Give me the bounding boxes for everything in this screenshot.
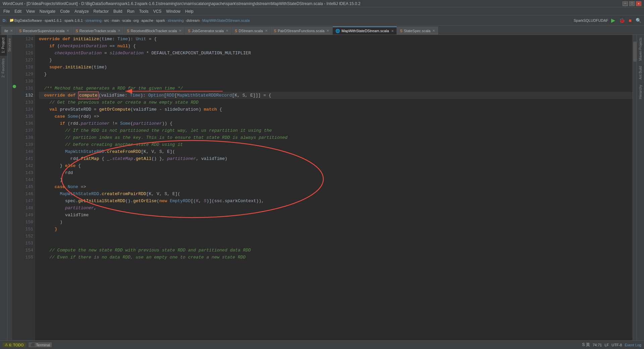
menu-bar: File Edit View Navigate Code Analyze Ref… xyxy=(0,7,644,15)
tab-label: StateSpec.scala xyxy=(404,29,431,33)
line-num: 135 xyxy=(18,113,33,120)
tab-mapwithstatedstream[interactable]: 🌐 MapWithStateDStream.scala ✕ xyxy=(332,26,396,35)
file-icon: S xyxy=(75,29,78,33)
code-line-136: if (rdd.partitioner != Some(partitioner)… xyxy=(39,120,633,127)
line-num: 144 xyxy=(18,176,33,183)
code-line-130 xyxy=(39,78,633,85)
tab-close[interactable]: ✕ xyxy=(226,29,228,33)
code-line-152 xyxy=(39,233,633,240)
tab-close[interactable]: ✕ xyxy=(118,29,120,33)
toolbar-icon-d[interactable]: D: xyxy=(1,18,8,23)
code-content[interactable]: override def initialize(time: Time): Uni… xyxy=(35,35,633,340)
tab-close[interactable]: ✕ xyxy=(10,29,13,33)
title-bar: WordCount - [D:\IdeaProjects\WordCount] … xyxy=(0,0,644,7)
code-line-148: partitioner, xyxy=(39,205,633,212)
line-num: 154 xyxy=(18,247,33,254)
line-num: 143 xyxy=(18,169,33,176)
window-controls[interactable]: ─ □ ✕ xyxy=(623,1,641,6)
terminal-icon: ⬛ xyxy=(31,343,35,347)
structure-tab[interactable]: Structure xyxy=(7,36,12,55)
vertical-scrollbar[interactable] xyxy=(633,35,637,340)
run-button[interactable]: ▶ xyxy=(610,16,616,24)
menu-help[interactable]: Help xyxy=(183,8,196,14)
tab-label: ReceiverSupervisor.scala xyxy=(23,29,64,33)
encoding-indicator: UTF-8 xyxy=(611,343,622,347)
tab-close[interactable]: ✕ xyxy=(432,29,435,33)
menu-build[interactable]: Build xyxy=(111,8,124,14)
menu-view[interactable]: View xyxy=(24,8,37,14)
line-num: 155 xyxy=(18,254,33,261)
line-num: 139 xyxy=(18,141,33,148)
todo-badge[interactable]: ⚠ 6: TODO xyxy=(3,342,26,347)
line-num: 152 xyxy=(18,233,33,240)
tab-close[interactable]: ✕ xyxy=(179,29,181,33)
tab-close[interactable]: ✕ xyxy=(326,29,329,33)
line-num: 140 xyxy=(18,148,33,155)
line-num: 128 xyxy=(18,64,33,71)
menu-refactor[interactable]: Refactor xyxy=(92,8,111,14)
sidebar-tab-project[interactable]: 1: Project xyxy=(0,35,7,56)
hierarchy-tab[interactable]: Hierarchy xyxy=(638,82,643,102)
code-line-141: rdd.flatMap { _.stateMap.getAll() }, par… xyxy=(39,155,633,162)
event-log-link[interactable]: Event Log xyxy=(625,343,641,347)
tab-dstream[interactable]: S DStream.scala ✕ xyxy=(232,26,270,35)
scrollbar-thumb[interactable] xyxy=(633,42,637,62)
sidebar-tab-favorites[interactable]: 2: Favorites xyxy=(0,56,7,80)
menu-vcs[interactable]: VCS xyxy=(151,8,164,14)
menu-tools[interactable]: Tools xyxy=(137,8,151,14)
tab-close[interactable]: ✕ xyxy=(265,29,268,33)
search-everywhere-button[interactable]: 🔍 xyxy=(634,17,643,24)
terminal-badge[interactable]: ⬛ Terminal xyxy=(29,342,52,347)
line-num: 125 xyxy=(18,43,33,50)
minimize-button[interactable]: ─ xyxy=(623,1,628,6)
line-num: 150 xyxy=(18,219,33,226)
tab-close[interactable]: ✕ xyxy=(391,29,394,33)
debug-button[interactable]: 🐞 xyxy=(618,17,626,24)
stop-button[interactable]: ■ xyxy=(628,17,633,24)
tab-file[interactable]: ile ✕ xyxy=(1,26,16,35)
menu-file[interactable]: File xyxy=(1,8,12,14)
maven-projects-tab[interactable]: Maven Projects xyxy=(638,35,643,63)
file-icon: S xyxy=(188,29,190,33)
code-line-147: spec.getInitialStateRDD().getOrElse(new … xyxy=(39,197,633,205)
main-layout: 1: Project 2: Favorites Structure 124 12… xyxy=(0,35,644,340)
file-icon: S xyxy=(19,29,21,33)
tab-label: JobGenerator.scala xyxy=(192,29,224,33)
breakpoint-gutter xyxy=(12,35,17,340)
menu-code[interactable]: Code xyxy=(58,8,72,14)
line-num: 130 xyxy=(18,78,33,85)
tab-pairdstreamfunctions[interactable]: S PairDStreamFunctions.scala ✕ xyxy=(271,26,332,35)
tab-jobgenerator[interactable]: S JobGenerator.scala ✕ xyxy=(185,26,231,35)
line-num: 129 xyxy=(18,71,33,78)
code-line-153 xyxy=(39,240,633,247)
line-num: 142 xyxy=(18,162,33,169)
status-right: S 英 74:71 LF UTF-8 Event Log xyxy=(582,342,641,348)
tab-label: MapWithStateDStream.scala xyxy=(341,29,389,33)
code-line-126: checkpointDuration = slideDuration * DEF… xyxy=(39,50,633,57)
tab-receiversupervisor[interactable]: S ReceiverSupervisor.scala ✕ xyxy=(16,26,72,35)
tab-close[interactable]: ✕ xyxy=(66,29,69,33)
line-num: 149 xyxy=(18,212,33,219)
line-num: 132 xyxy=(18,92,33,99)
close-button[interactable]: ✕ xyxy=(636,1,641,6)
code-line-142: } else { xyxy=(39,162,633,169)
code-line-139: // before creating another state RDD usi… xyxy=(39,141,633,148)
menu-window[interactable]: Window xyxy=(164,8,182,14)
menu-run[interactable]: Run xyxy=(125,8,137,14)
tab-label: ReceiverTracker.scala xyxy=(79,29,116,33)
tab-receivertracker[interactable]: S ReceiverTracker.scala ✕ xyxy=(72,26,123,35)
tab-receivedblocktracker[interactable]: S ReceivedBlockTracker.scala ✕ xyxy=(124,26,184,35)
menu-analyze[interactable]: Analyze xyxy=(72,8,91,14)
menu-edit[interactable]: Edit xyxy=(12,8,23,14)
tab-statespec[interactable]: S StateSpec.scala ✕ xyxy=(397,26,438,35)
menu-navigate[interactable]: Navigate xyxy=(38,8,57,14)
run-config-label: SparkSQLUDFUDAF xyxy=(574,18,608,22)
code-line-134: val prevStateRDD = getOrCompute(validTim… xyxy=(39,106,633,113)
line-col-indicator: 74:71 xyxy=(593,343,602,347)
tab-label: ile xyxy=(4,29,8,33)
code-line-149: validTime xyxy=(39,212,633,219)
todo-label: 6: TODO xyxy=(9,343,24,347)
line-num: 131 xyxy=(18,85,33,92)
ant-build-tab[interactable]: Ant Build xyxy=(638,63,643,82)
maximize-button[interactable]: □ xyxy=(629,1,635,6)
